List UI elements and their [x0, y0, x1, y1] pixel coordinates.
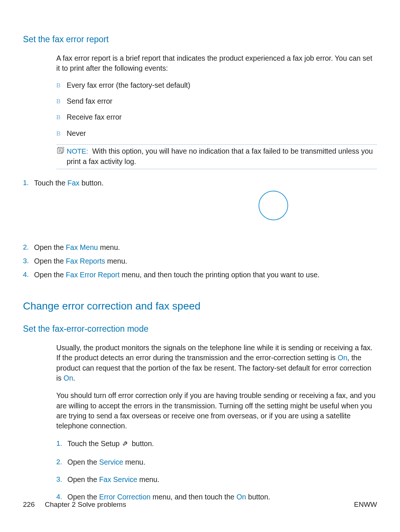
ui-term: Fax Service — [99, 475, 137, 484]
intro-text: A fax error report is a brief report tha… — [56, 53, 377, 74]
steps-list: 2.Open the Fax Menu menu.3.Open the Fax … — [23, 242, 377, 280]
ui-term: Fax Error Report — [66, 271, 120, 279]
section-heading-set-fax-error-report: Set the fax error report — [23, 33, 377, 45]
step-text: Open the Fax Error Report menu, and then… — [34, 270, 377, 280]
lang-code: ENWW — [354, 500, 377, 510]
step-text: Touch the Fax button. — [34, 178, 170, 188]
figure-placeholder-circle — [259, 191, 288, 220]
ui-term: Service — [99, 458, 123, 466]
section-heading-change-error-correction: Change error correction and fax speed — [23, 299, 377, 313]
ui-term-on: On — [338, 354, 347, 362]
section-heading-fax-error-correction-mode: Set the fax-error-correction mode — [23, 323, 377, 335]
bullet-marker: B — [56, 112, 67, 122]
step-text: Open the Fax Menu menu. — [34, 242, 377, 252]
bullet-list: BEvery fax error (the factory-set defaul… — [56, 80, 377, 138]
wrench-icon — [122, 440, 129, 450]
step-number: 4. — [23, 270, 34, 280]
step-number: 2. — [23, 242, 34, 252]
ui-term-fax: Fax — [67, 179, 80, 187]
note-label: NOTE: — [67, 147, 88, 155]
bullet-marker: B — [56, 96, 67, 106]
step-number: 1. — [56, 439, 67, 449]
paragraph-error-correction-1: Usually, the product monitors the signal… — [56, 343, 377, 383]
bullet-marker: B — [56, 80, 67, 90]
page-number: 226 — [23, 501, 35, 508]
step-number: 1. — [23, 178, 34, 188]
note-body: With this option, you will have no indic… — [67, 147, 373, 165]
page-footer: 226 Chapter 2 Solve problems ENWW — [0, 500, 400, 510]
ui-term-on: On — [64, 374, 73, 382]
steps-list-error-correction: 1.Touch the Setup button.2.Open the Serv… — [56, 439, 377, 502]
chapter-label: Chapter 2 Solve problems — [45, 501, 126, 508]
bullet-text: Every fax error (the factory-set default… — [67, 80, 190, 90]
step-number: 3. — [23, 256, 34, 266]
bullet-text: Receive fax error — [67, 112, 121, 122]
step-number: 3. — [56, 475, 67, 485]
step-text: Open the Fax Reports menu. — [34, 256, 377, 266]
ui-term: Fax Reports — [66, 257, 105, 265]
bullet-text: Send fax error — [67, 96, 113, 106]
step-text: Open the Fax Service menu. — [67, 475, 377, 485]
ui-term: Fax Menu — [66, 243, 98, 251]
bullet-text: Never — [67, 128, 86, 138]
step-number: 2. — [56, 457, 67, 467]
note-box: NOTE: With this option, you will have no… — [56, 144, 377, 169]
note-icon — [56, 147, 65, 154]
step-text: Touch the Setup button. — [67, 439, 377, 450]
bullet-marker: B — [56, 128, 67, 138]
paragraph-error-correction-2: You should turn off error correction onl… — [56, 391, 377, 431]
step-text: Open the Service menu. — [67, 457, 377, 467]
